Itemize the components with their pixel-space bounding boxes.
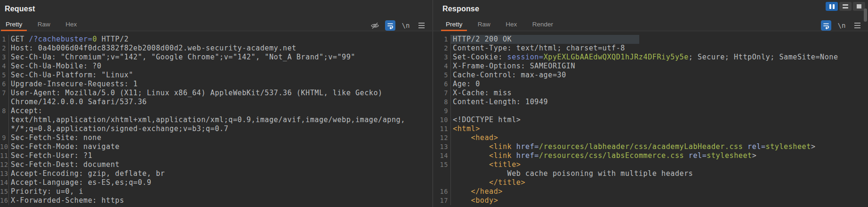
line-number: 6 [0, 80, 9, 89]
response-editor[interactable]: 1HTTP/2 200 OK2Content-Type: text/html; … [433, 32, 868, 207]
code-line: 6Age: 0 [433, 80, 868, 89]
menu-icon[interactable] [416, 20, 426, 31]
line-number: 5 [433, 71, 451, 80]
code-line: 3Sec-Ch-Ua: "Chromium";v="142", "Google … [0, 53, 432, 62]
hide-matches-eye-icon[interactable] [370, 20, 380, 31]
code-line: </title> [433, 178, 868, 187]
code-line: 4Sec-Ch-Ua-Mobile: ?0 [0, 62, 432, 71]
code-line: 9Sec-Fetch-Site: none [0, 133, 432, 142]
line-number: 14 [433, 151, 451, 160]
line-number: 1 [433, 35, 451, 44]
line-number: 10 [0, 142, 9, 151]
line-number: 13 [433, 142, 451, 151]
soft-wrap-icon[interactable] [821, 20, 831, 31]
line-number: 7 [0, 89, 9, 98]
code-line: 15Priority: u=0, i [0, 187, 432, 196]
code-line: 12Sec-Fetch-Dest: document [0, 160, 432, 169]
code-line: 2Host: 0a4b006d04f0dc8382f82eb2008d00d2.… [0, 44, 432, 53]
line-number: 4 [433, 62, 451, 71]
response-tab-render[interactable]: Render [528, 19, 558, 31]
code-line: 8Content-Length: 10949 [433, 98, 868, 107]
line-number [0, 116, 9, 124]
line-number [0, 98, 9, 107]
code-line: 16 </head> [433, 187, 868, 196]
show-newlines-icon[interactable]: \n [401, 20, 411, 31]
code-line: 4X-Frame-Options: SAMEORIGIN [433, 62, 868, 71]
line-number: 11 [433, 124, 451, 133]
code-line: 7User-Agent: Mozilla/5.0 (X11; Linux x86… [0, 89, 432, 98]
line-number: 14 [0, 178, 9, 187]
soft-wrap-icon[interactable] [385, 20, 395, 31]
request-panel: Request Pretty Raw Hex \n 1GET /?cacheb [0, 0, 432, 207]
code-line: 3Set-Cookie: session=XpyEXLGbAAEdwQXQD1h… [433, 53, 868, 62]
code-line: 1GET /?cachebuster=0 HTTP/2 [0, 35, 432, 44]
request-panel-title: Request [5, 5, 35, 13]
response-tab-hex[interactable]: Hex [501, 19, 522, 31]
request-tabrow: Pretty Raw Hex [0, 19, 432, 31]
code-line: 2Content-Type: text/html; charset=utf-8 [433, 44, 868, 53]
line-number [0, 124, 9, 133]
code-line: Chrome/142.0.0.0 Safari/537.36 [0, 98, 432, 107]
code-line: 11Sec-Fetch-User: ?1 [0, 151, 432, 160]
code-line: 14Accept-Language: es-ES,es;q=0.9 [0, 178, 432, 187]
line-number: 8 [433, 98, 451, 107]
show-newlines-icon[interactable]: \n [836, 20, 847, 31]
line-number: 17 [433, 196, 451, 205]
request-tab-hex[interactable]: Hex [61, 19, 81, 31]
code-line: 13 <link href=/resources/labheader/css/a… [433, 142, 868, 151]
code-line: 17 <body> [433, 196, 868, 205]
code-line: text/html,application/xhtml+xml,applicat… [0, 116, 432, 124]
request-tab-raw[interactable]: Raw [33, 19, 55, 31]
line-number: 2 [0, 44, 9, 53]
line-number: 3 [433, 53, 451, 62]
line-number: 3 [0, 53, 9, 62]
code-line: 8Accept: [0, 107, 432, 116]
line-number: 12 [0, 160, 9, 169]
line-number: 11 [0, 151, 9, 160]
code-line: 13Accept-Encoding: gzip, deflate, br [0, 169, 432, 178]
request-toolbar: \n [370, 20, 426, 31]
line-number [433, 169, 451, 178]
response-tab-raw[interactable]: Raw [473, 19, 495, 31]
code-line: 11<html> [433, 124, 868, 133]
line-number: 10 [433, 116, 451, 124]
line-number: 4 [0, 62, 9, 71]
line-number: 7 [433, 89, 451, 98]
code-line: 6Upgrade-Insecure-Requests: 1 [0, 80, 432, 89]
request-tab-pretty[interactable]: Pretty [1, 19, 27, 31]
response-tab-pretty[interactable]: Pretty [441, 19, 467, 31]
line-number: 16 [0, 196, 9, 205]
menu-icon[interactable] [852, 20, 862, 31]
line-number: 16 [433, 187, 451, 196]
code-line: 10<!DOCTYPE html> [433, 116, 868, 124]
line-number: 2 [433, 44, 451, 53]
code-line: Web cache poisoning with multiple header… [433, 169, 868, 178]
line-number: 5 [0, 71, 9, 80]
line-number [433, 178, 451, 187]
line-number: 6 [433, 80, 451, 89]
code-line: 9 [433, 107, 868, 116]
code-line: 16X-Forwarded-Scheme: https [0, 196, 432, 205]
response-scrollbar-thumb[interactable] [864, 8, 867, 22]
code-line: 15 <title> [433, 160, 868, 169]
line-number: 15 [0, 187, 9, 196]
response-panel-title: Response [442, 5, 479, 13]
line-number: 1 [0, 35, 9, 44]
line-number: 15 [433, 160, 451, 169]
code-line: 5Sec-Ch-Ua-Platform: "Linux" [0, 71, 432, 80]
code-line: 7X-Cache: miss [433, 89, 868, 98]
response-panel: Response Pretty Raw Hex Render \n 1HTTP/… [433, 0, 868, 207]
request-editor[interactable]: 1GET /?cachebuster=0 HTTP/22Host: 0a4b00… [0, 32, 432, 207]
code-line: 14 <link href=/resources/css/labsEcommer… [433, 151, 868, 160]
line-number: 13 [0, 169, 9, 178]
line-number: 8 [0, 107, 9, 116]
code-line: */*;q=0.8,application/signed-exchange;v=… [0, 124, 432, 133]
code-line: 10Sec-Fetch-Mode: navigate [0, 142, 432, 151]
line-number: 9 [0, 133, 9, 142]
line-number: 12 [433, 133, 451, 142]
code-line: 5Cache-Control: max-age=30 [433, 71, 868, 80]
response-toolbar: \n [821, 20, 862, 31]
response-tabrow: Pretty Raw Hex Render [433, 19, 868, 31]
code-line: 1HTTP/2 200 OK [433, 35, 868, 44]
line-number: 9 [433, 107, 451, 116]
